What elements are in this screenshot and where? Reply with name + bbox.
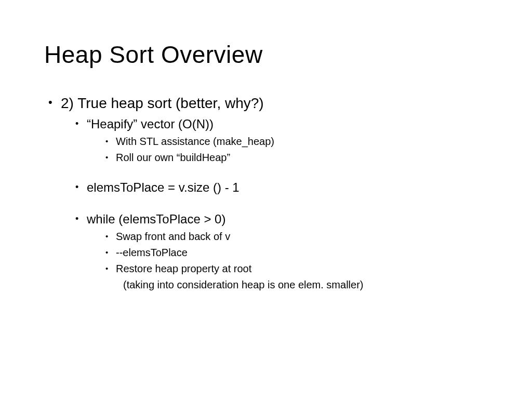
bullet-l2: while (elemsToPlace > 0) — [87, 211, 488, 228]
slide: Heap Sort Overview 2) True heap sort (be… — [0, 0, 532, 399]
bullet-l3: With STL assistance (make_heap) — [116, 135, 488, 149]
bullet-l3: --elemsToPlace — [116, 246, 488, 260]
bullet-l2: elemsToPlace = v.size () - 1 — [87, 179, 488, 196]
bullet-list: while (elemsToPlace > 0) Swap front and … — [44, 211, 488, 276]
bullet-list: 2) True heap sort (better, why?) “Heapif… — [44, 94, 488, 165]
bullet-l1: 2) True heap sort (better, why?) — [61, 94, 488, 113]
bullet-l2: “Heapify” vector (O(N)) — [87, 116, 488, 132]
spacer — [44, 198, 488, 211]
bullet-l3: Restore heap property at root — [116, 262, 488, 276]
bullet-list: elemsToPlace = v.size () - 1 — [44, 179, 488, 196]
bullet-l3: Roll our own “buildHeap” — [116, 151, 488, 165]
bullet-l3: Swap front and back of v — [116, 230, 488, 244]
bullet-continuation: (taking into consideration heap is one e… — [123, 278, 488, 292]
slide-title: Heap Sort Overview — [44, 42, 488, 68]
spacer — [44, 167, 488, 179]
